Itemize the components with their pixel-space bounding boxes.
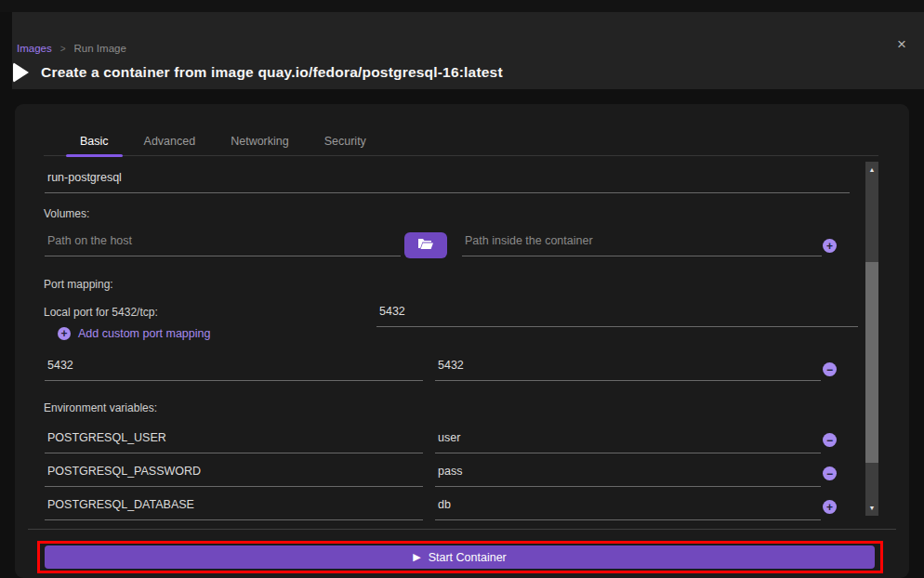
volume-host-path-input[interactable] (45, 232, 401, 256)
scroll-up-icon[interactable]: ▲ (865, 164, 878, 176)
env-name-input[interactable] (45, 496, 423, 520)
scrollbar[interactable]: ▲ ▼ (865, 162, 878, 516)
add-volume-icon[interactable]: + (823, 239, 837, 253)
breadcrumb-current: Run Image (74, 43, 126, 54)
port-container-input[interactable] (435, 357, 821, 381)
add-custom-port-mapping-link[interactable]: + Add custom port mapping (58, 327, 210, 340)
local-port-input[interactable] (376, 303, 858, 327)
container-name-input[interactable] (45, 169, 850, 193)
env-value-input[interactable] (435, 429, 821, 453)
local-port-label: Local port for 5432/tcp: (44, 306, 158, 319)
env-name-input[interactable] (45, 429, 423, 453)
play-icon: ▶ (413, 551, 420, 563)
env-variables-label: Environment variables: (44, 401, 157, 414)
scroll-down-icon[interactable]: ▼ (865, 502, 878, 514)
remove-port-icon[interactable]: − (823, 362, 837, 376)
volume-container-path-input[interactable] (462, 232, 822, 256)
folder-open-icon (417, 238, 434, 253)
run-image-panel: Basic Advanced Networking Security Volum… (15, 104, 909, 578)
breadcrumb: Images > Run Image (17, 43, 126, 54)
footer-divider (28, 529, 896, 530)
scrollbar-thumb[interactable] (865, 262, 878, 463)
port-mapping-label: Port mapping: (44, 278, 113, 291)
start-container-button[interactable]: ▶ Start Container (45, 545, 875, 569)
port-host-input[interactable] (45, 357, 423, 381)
remove-env-icon[interactable]: − (823, 433, 837, 447)
page-title: Create a container from image quay.io/fe… (41, 64, 503, 81)
tab-networking[interactable]: Networking (217, 127, 303, 155)
volumes-label: Volumes: (44, 207, 89, 220)
add-env-icon[interactable]: + (823, 500, 837, 514)
play-icon (13, 62, 29, 83)
run-image-header: Images > Run Image × Create a container … (12, 12, 924, 89)
add-custom-port-mapping-label: Add custom port mapping (78, 327, 210, 340)
env-value-input[interactable] (435, 463, 821, 487)
close-icon[interactable]: × (897, 36, 906, 52)
tab-bar: Basic Advanced Networking Security (44, 127, 878, 156)
remove-env-icon[interactable]: − (823, 466, 837, 480)
title-row: Create a container from image quay.io/fe… (13, 62, 503, 83)
env-value-input[interactable] (435, 496, 821, 520)
tab-basic[interactable]: Basic (66, 127, 123, 155)
tab-security[interactable]: Security (310, 127, 380, 155)
add-port-icon: + (58, 327, 71, 340)
tab-advanced[interactable]: Advanced (130, 127, 210, 155)
start-container-label: Start Container (429, 551, 507, 564)
breadcrumb-images-link[interactable]: Images (17, 43, 52, 54)
env-name-input[interactable] (45, 463, 423, 487)
browse-folder-button[interactable] (404, 232, 447, 258)
breadcrumb-separator: > (60, 44, 66, 54)
top-bar (0, 0, 924, 12)
